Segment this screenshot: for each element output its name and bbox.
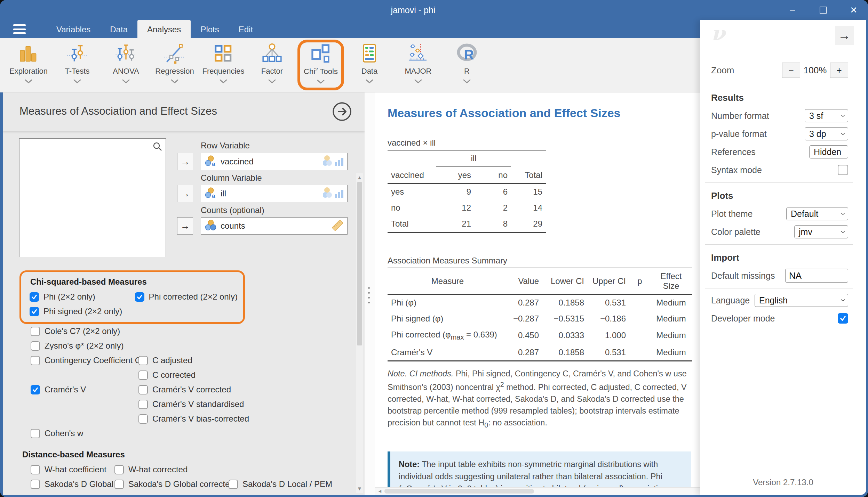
checkbox-sakoda-s-d-global[interactable]: Sakoda's D Global	[31, 479, 114, 489]
splitter-handle-icon	[368, 287, 370, 303]
ribbon-button-exploration[interactable]: Exploration	[4, 38, 53, 91]
field-counts-optional[interactable]: counts	[201, 217, 348, 235]
tab-edit[interactable]: Edit	[229, 20, 263, 38]
ribbon-button-anova[interactable]: ANOVA	[102, 38, 150, 91]
p-value-format-select[interactable]: 3 dp	[805, 127, 848, 140]
tab-variables[interactable]: Variables	[47, 20, 100, 38]
field-row-variable[interactable]: avaccined	[201, 153, 348, 170]
number-format-select[interactable]: 3 sf	[805, 109, 848, 122]
ribbon-label: Data	[361, 67, 377, 76]
panel-splitter[interactable]	[365, 92, 375, 495]
checkbox-w-hat-corrected[interactable]: W-hat corrected	[114, 465, 229, 474]
chevron-down-icon[interactable]	[24, 76, 33, 85]
assign-arrow-button[interactable]: →	[177, 153, 193, 170]
checkbox-cram-r-s-v[interactable]: Cramér's V	[31, 385, 138, 394]
language-select[interactable]: English	[755, 294, 848, 307]
checkbox-cram-r-s-v-bias-corrected[interactable]: Cramér's V bias-corrected	[138, 414, 246, 424]
assign-arrow-button[interactable]: →	[177, 217, 193, 235]
references-select[interactable]: Hidden	[809, 145, 848, 158]
checkbox-phi-corrected-2-2-only[interactable]: Phi corrected (2×2 only)	[135, 292, 238, 302]
ribbon-button-data[interactable]: Data	[345, 38, 394, 91]
setting-label: Color palette	[711, 227, 794, 237]
checkbox-phi-signed-2-2-only[interactable]: Phi signed (2×2 only)	[30, 307, 137, 316]
chevron-down-icon[interactable]	[268, 76, 276, 85]
field-column-variable[interactable]: aill	[201, 185, 348, 202]
syntax-mode-checkbox[interactable]	[838, 165, 848, 175]
checkbox-zysno-s-2-2-only[interactable]: Zysno's φ* (2×2 only)	[31, 341, 138, 351]
svg-text:a: a	[212, 193, 215, 198]
collapse-panel-button[interactable]	[332, 101, 352, 122]
ribbon-button-frequencies[interactable]: Frequencies	[199, 38, 248, 91]
close-sidebar-button[interactable]: →	[835, 26, 854, 45]
tab-data[interactable]: Data	[100, 20, 137, 38]
nominal-variable-icon: a	[205, 187, 217, 200]
scroll-down-icon[interactable]: ▼	[356, 486, 363, 491]
checkbox-label: Phi signed (2×2 only)	[43, 307, 122, 316]
tab-analyses[interactable]: Analyses	[137, 20, 191, 38]
ribbon-button-chi-tools[interactable]: Chi2 Tools	[296, 38, 345, 91]
zoom-row: Zoom − 100% +	[700, 61, 866, 79]
checkbox-cohen-s-w[interactable]: Cohen's w	[31, 429, 138, 438]
close-button[interactable]: ✕	[849, 5, 859, 15]
checkbox-cram-r-s-v-corrected[interactable]: Cramér's V corrected	[138, 385, 231, 394]
hamburger-menu-icon[interactable]	[13, 24, 26, 34]
svg-text:a: a	[212, 161, 215, 166]
tab-plots[interactable]: Plots	[191, 20, 229, 38]
ribbon-button-regression[interactable]: Regression	[150, 38, 199, 91]
measure-options: Chi-squared-based MeasuresPhi (2×2 only)…	[19, 270, 342, 491]
checkbox-cram-r-s-v-standardised[interactable]: Cramér's V standardised	[138, 399, 246, 409]
minimize-button[interactable]: –	[787, 5, 798, 15]
ribbon-button-t-tests[interactable]: T-Tests	[53, 38, 102, 91]
checkbox-phi-2-2-only[interactable]: Phi (2×2 only)	[30, 292, 135, 302]
plot-theme-select[interactable]: Default	[786, 207, 848, 220]
checkbox-sakoda-s-d-local-pem[interactable]: Sakoda's D Local / PEM	[229, 479, 332, 489]
checkbox-label: Cramér's V bias-corrected	[152, 414, 249, 424]
regression-icon	[164, 42, 186, 65]
chevron-down-icon[interactable]	[317, 76, 325, 85]
checkbox-box	[138, 414, 148, 424]
ribbon-button-factor[interactable]: Factor	[248, 38, 296, 91]
developer-mode-checkbox[interactable]	[838, 313, 848, 324]
zoom-in-button[interactable]: +	[830, 63, 848, 78]
search-icon[interactable]	[152, 141, 163, 152]
ribbon-label: Chi2 Tools	[304, 67, 338, 76]
checkbox-row: W-hat coefficientW-hat corrected	[31, 462, 342, 477]
maximize-button[interactable]	[818, 5, 828, 15]
checkbox-w-hat-coefficient[interactable]: W-hat coefficient	[31, 465, 114, 474]
variable-list-box[interactable]	[19, 138, 166, 257]
chevron-down-icon[interactable]	[414, 76, 422, 85]
sidebar-sections: ResultsNumber format3 sfp-value format3 …	[700, 85, 866, 327]
checkbox-label: Cramér's V	[45, 385, 86, 394]
checkbox-box	[135, 292, 144, 302]
setting-label: p-value format	[711, 129, 805, 139]
checkbox-c-adjusted[interactable]: C adjusted	[138, 356, 192, 365]
checkbox-cole-s-c7-2-2-only[interactable]: Cole's C7 (2×2 only)	[31, 326, 138, 336]
color-palette-select[interactable]: jmv	[794, 225, 848, 238]
hscroll-thumb[interactable]	[384, 489, 534, 494]
checkbox-sakoda-s-d-global-corrected[interactable]: Sakoda's D Global corrected	[114, 479, 229, 489]
association-summary-table: MeasureValueLower CIUpper CIpEffect Size…	[388, 268, 692, 361]
scroll-left-icon[interactable]: ◄	[377, 488, 382, 494]
chevron-down-icon[interactable]	[73, 76, 81, 85]
chevron-down-icon[interactable]	[170, 76, 179, 85]
ci-methods-note: Note. CI methods. Phi, Phi signed, Conti…	[388, 368, 691, 430]
zoom-out-button[interactable]: −	[782, 63, 800, 78]
ribbon-button-r[interactable]: RR	[443, 38, 491, 91]
section-title-import: Import	[700, 245, 866, 267]
scroll-up-icon[interactable]: ▲	[356, 174, 363, 180]
chevron-down-icon[interactable]	[365, 76, 374, 85]
options-scrollbar[interactable]: ▲ ▼	[356, 173, 363, 493]
results-horizontal-scrollbar[interactable]: ◄	[375, 487, 700, 495]
ribbon-button-major[interactable]: MAJOR	[394, 38, 443, 91]
chevron-down-icon[interactable]	[463, 76, 471, 85]
assign-arrow-button[interactable]: →	[177, 185, 193, 202]
scrollbar-thumb[interactable]	[357, 182, 362, 345]
checkbox-contingency-coefficient-c[interactable]: Contingency Coefficient C	[31, 356, 138, 365]
chevron-down-icon[interactable]	[122, 76, 130, 85]
default-missings-input[interactable]: NA	[785, 269, 848, 283]
checkbox-c-corrected[interactable]: C corrected	[138, 370, 246, 380]
section-title-distance: Distance-based Measures	[22, 450, 342, 459]
analyses-ribbon: ExplorationT-TestsANOVARegressionFrequen…	[0, 38, 700, 92]
settings-sidebar: ν → Zoom − 100% + ResultsNumber format3 …	[700, 20, 866, 495]
chevron-down-icon[interactable]	[219, 76, 228, 85]
